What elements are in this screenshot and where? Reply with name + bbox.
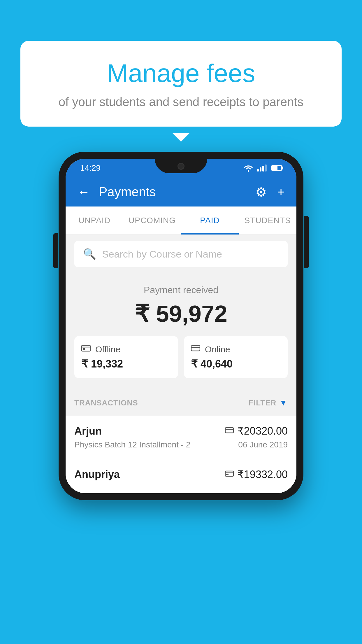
filter-label: FILTER (249, 398, 276, 407)
transaction-row-anupriya[interactable]: Anupriya ₹19332.00 (66, 459, 296, 493)
phone-outer: 14:29 (59, 152, 303, 500)
search-bar[interactable]: 🔍 Search by Course or Name (74, 241, 288, 267)
front-camera (178, 163, 184, 170)
svg-rect-3 (191, 346, 200, 351)
anupriya-amount-value: ₹19332.00 (237, 468, 288, 481)
search-icon: 🔍 (83, 248, 96, 260)
tabs-bar: UNPAID UPCOMING PAID STUDENTS (66, 206, 296, 235)
tab-students[interactable]: STUDENTS (239, 206, 296, 235)
arjun-payment-icon (225, 426, 234, 436)
tab-upcoming[interactable]: UPCOMING (123, 206, 181, 235)
svg-rect-0 (82, 345, 90, 351)
battery-icon (271, 165, 282, 171)
wifi-icon (243, 164, 254, 172)
anupriya-payment-icon (225, 470, 234, 479)
arjun-course: Physics Batch 12 Installment - 2 (74, 440, 190, 449)
phone-notch (155, 159, 207, 173)
svg-rect-9 (226, 474, 229, 475)
speech-bubble: Manage fees of your students and send re… (20, 41, 342, 127)
filter-icon: ▼ (279, 398, 288, 407)
transaction-top-arjun: Arjun ₹20320.00 (74, 425, 288, 437)
online-type-label: Online (205, 344, 230, 354)
arjun-amount: ₹20320.00 (225, 425, 288, 437)
app-bar: ← Payments ⚙ + (66, 177, 296, 206)
offline-type-label: Offline (95, 344, 120, 354)
online-card-header: Online (191, 344, 281, 354)
transaction-top-anupriya: Anupriya ₹19332.00 (74, 468, 288, 481)
phone-device: 14:29 (59, 152, 303, 500)
bubble-subtitle: of your students and send receipts to pa… (44, 95, 318, 109)
search-container: 🔍 Search by Course or Name (66, 235, 296, 273)
tab-paid[interactable]: PAID (181, 206, 239, 235)
transactions-label: TRANSACTIONS (74, 398, 138, 407)
signal-icon (257, 164, 267, 172)
speech-bubble-wrapper: Manage fees of your students and send re… (20, 41, 342, 127)
transaction-bottom-arjun: Physics Batch 12 Installment - 2 06 June… (74, 440, 288, 449)
add-button[interactable]: + (277, 185, 285, 199)
online-payment-icon (191, 344, 200, 354)
arjun-date: 06 June 2019 (238, 440, 288, 449)
online-card: Online ₹ 40,640 (184, 336, 288, 378)
payment-cards: Offline ₹ 19,332 (74, 336, 288, 378)
status-icons (243, 164, 282, 172)
phone-screen: 14:29 (66, 159, 296, 493)
offline-payment-icon (81, 344, 91, 354)
payment-received-label: Payment received (74, 285, 288, 295)
transactions-header: TRANSACTIONS FILTER ▼ (66, 390, 296, 416)
back-button[interactable]: ← (77, 185, 90, 199)
settings-icon[interactable]: ⚙ (255, 185, 267, 200)
offline-card-header: Offline (81, 344, 171, 354)
payment-received-amount: ₹ 59,972 (74, 300, 288, 327)
arjun-amount-value: ₹20320.00 (237, 425, 288, 437)
app-bar-title: Payments (99, 185, 255, 199)
online-amount: ₹ 40,640 (191, 358, 281, 370)
student-name-arjun: Arjun (74, 425, 102, 437)
offline-amount: ₹ 19,332 (81, 358, 171, 370)
svg-rect-2 (83, 348, 85, 350)
svg-rect-5 (225, 428, 233, 433)
search-placeholder-text: Search by Course or Name (102, 249, 222, 260)
student-name-anupriya: Anupriya (74, 468, 120, 481)
offline-card: Offline ₹ 19,332 (74, 336, 178, 378)
svg-rect-7 (225, 471, 233, 476)
transaction-row-arjun[interactable]: Arjun ₹20320.00 Physics (66, 416, 296, 459)
status-time: 14:29 (80, 163, 101, 173)
tab-unpaid[interactable]: UNPAID (66, 206, 123, 235)
app-bar-actions: ⚙ + (255, 185, 285, 200)
bubble-title: Manage fees (44, 58, 318, 88)
payment-received-section: Payment received ₹ 59,972 (66, 273, 296, 390)
filter-button[interactable]: FILTER ▼ (249, 398, 288, 407)
anupriya-amount: ₹19332.00 (225, 468, 288, 481)
